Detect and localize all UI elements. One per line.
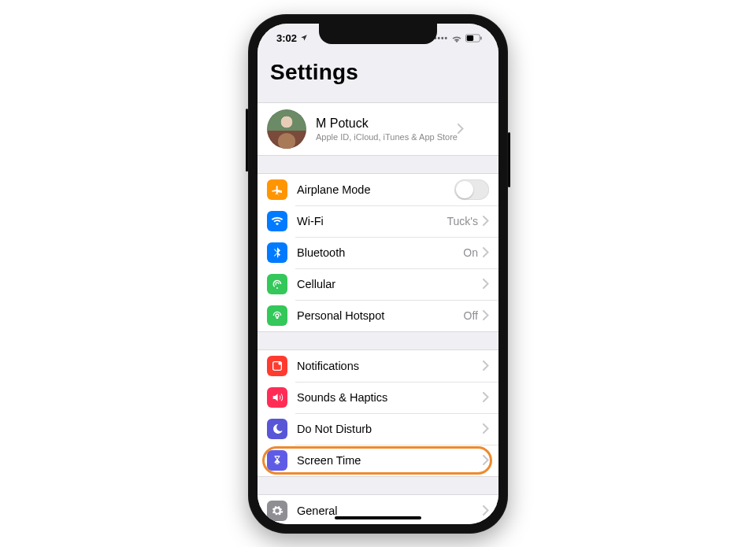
row-label: Sounds & Haptics	[297, 391, 483, 404]
wifi-row[interactable]: Wi-Fi Tuck's	[258, 205, 498, 237]
chevron-right-icon	[483, 505, 489, 516]
profile-subtitle: Apple ID, iCloud, iTunes & App Store	[316, 132, 458, 142]
row-value: On	[463, 246, 478, 259]
cellular-row[interactable]: Cellular	[258, 268, 498, 300]
notch	[319, 24, 437, 44]
screen-time-row[interactable]: Screen Time	[258, 445, 498, 476]
bluetooth-row[interactable]: Bluetooth On	[258, 237, 498, 268]
notifications-icon	[267, 356, 287, 376]
row-label: Cellular	[297, 278, 483, 290]
row-label: Personal Hotspot	[297, 309, 464, 322]
cellular-icon	[267, 274, 287, 294]
svg-rect-2	[467, 35, 473, 41]
page-title: Settings	[258, 54, 498, 91]
location-icon	[300, 34, 308, 43]
status-time: 3:02	[276, 32, 297, 44]
row-label: General	[297, 504, 483, 517]
wifi-icon	[267, 211, 287, 231]
row-label: Do Not Disturb	[297, 423, 483, 435]
chevron-right-icon	[483, 310, 489, 320]
chevron-right-icon	[483, 455, 489, 465]
notifications-row[interactable]: Notifications	[258, 350, 498, 382]
battery-icon	[465, 34, 483, 43]
gear-icon	[267, 501, 287, 521]
notifications-group: Notifications Sounds & Haptics Do Not Di…	[258, 349, 498, 477]
hotspot-icon	[267, 305, 287, 326]
chevron-right-icon	[483, 423, 489, 434]
airplane-icon	[267, 179, 287, 200]
row-label: Notifications	[297, 360, 483, 372]
row-label: Bluetooth	[297, 246, 463, 259]
svg-point-4	[278, 361, 281, 364]
row-value: Off	[464, 309, 478, 322]
chevron-right-icon	[483, 216, 489, 226]
row-label: Wi-Fi	[297, 215, 447, 227]
chevron-right-icon	[483, 360, 489, 371]
sounds-icon	[267, 387, 287, 408]
avatar	[267, 109, 306, 149]
connectivity-group: Airplane Mode Wi-Fi Tuck's Bluetooth	[258, 173, 498, 332]
bluetooth-icon	[267, 242, 287, 263]
chevron-right-icon	[483, 247, 489, 257]
general-group: General	[258, 494, 498, 524]
airplane-mode-toggle[interactable]	[454, 179, 489, 200]
hourglass-icon	[267, 450, 287, 471]
airplane-mode-row[interactable]: Airplane Mode	[258, 174, 498, 205]
apple-id-row[interactable]: M Potuck Apple ID, iCloud, iTunes & App …	[258, 103, 498, 155]
svg-rect-1	[480, 36, 482, 39]
profile-name: M Potuck	[316, 116, 458, 131]
moon-icon	[267, 419, 287, 439]
row-label: Airplane Mode	[297, 183, 454, 196]
phone-screen: 3:02 •••• Settings	[258, 24, 498, 524]
hotspot-row[interactable]: Personal Hotspot Off	[258, 300, 498, 331]
dnd-row[interactable]: Do Not Disturb	[258, 413, 498, 445]
home-indicator[interactable]	[335, 516, 421, 519]
chevron-right-icon	[483, 392, 489, 402]
row-label: Screen Time	[297, 454, 483, 467]
profile-group: M Potuck Apple ID, iCloud, iTunes & App …	[258, 102, 498, 156]
wifi-status-icon	[451, 35, 462, 43]
chevron-right-icon	[483, 279, 489, 289]
chevron-right-icon	[458, 124, 464, 134]
phone-frame: 3:02 •••• Settings	[248, 14, 508, 534]
general-row[interactable]: General	[258, 495, 498, 524]
row-value: Tuck's	[447, 215, 479, 227]
sounds-row[interactable]: Sounds & Haptics	[258, 382, 498, 413]
